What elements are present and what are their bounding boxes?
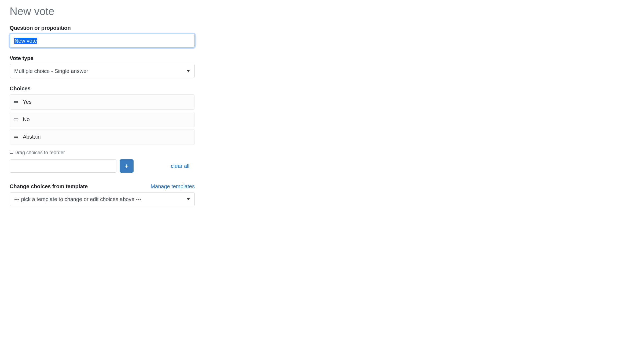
template-label: Change choices from template: [10, 183, 88, 190]
manage-templates-link[interactable]: Manage templates: [150, 183, 195, 190]
drag-handle-icon: [10, 152, 13, 154]
choice-item[interactable]: No: [10, 112, 195, 127]
choice-text: No: [23, 116, 30, 123]
reorder-hint-text: Drag choices to reorder: [14, 150, 65, 156]
add-choice-button[interactable]: +: [120, 159, 134, 173]
clear-all-link[interactable]: clear all: [171, 163, 189, 169]
vote-type-label: Vote type: [10, 55, 195, 61]
question-label: Question or proposition: [10, 25, 195, 31]
drag-handle-icon[interactable]: [14, 136, 18, 138]
question-input-selection: New vote: [14, 38, 37, 44]
choice-text: Abstain: [23, 134, 41, 140]
question-group: Question or proposition New vote: [10, 25, 195, 48]
choices-label: Choices: [10, 86, 195, 92]
vote-type-group: Vote type Multiple choice - Single answe…: [10, 55, 195, 78]
plus-icon: +: [124, 162, 128, 170]
choice-item[interactable]: Abstain: [10, 129, 195, 145]
drag-handle-icon[interactable]: [14, 119, 18, 120]
new-choice-input[interactable]: [10, 159, 116, 173]
template-header: Change choices from template Manage temp…: [10, 183, 195, 190]
reorder-hint: Drag choices to reorder: [10, 150, 195, 156]
drag-handle-icon[interactable]: [14, 101, 18, 103]
add-choice-row: + clear all: [10, 159, 195, 173]
template-select[interactable]: --- pick a template to change or edit ch…: [10, 192, 195, 206]
choice-text: Yes: [23, 99, 32, 105]
vote-type-select[interactable]: Multiple choice - Single answer: [10, 64, 195, 78]
vote-type-select-wrapper: Multiple choice - Single answer: [10, 64, 195, 78]
template-select-wrapper: --- pick a template to change or edit ch…: [10, 192, 195, 206]
choices-group: Choices Yes No Abstain Drag choices to r…: [10, 86, 195, 173]
choice-item[interactable]: Yes: [10, 94, 195, 110]
question-input[interactable]: New vote: [10, 34, 195, 48]
page-title: New vote: [10, 5, 195, 17]
